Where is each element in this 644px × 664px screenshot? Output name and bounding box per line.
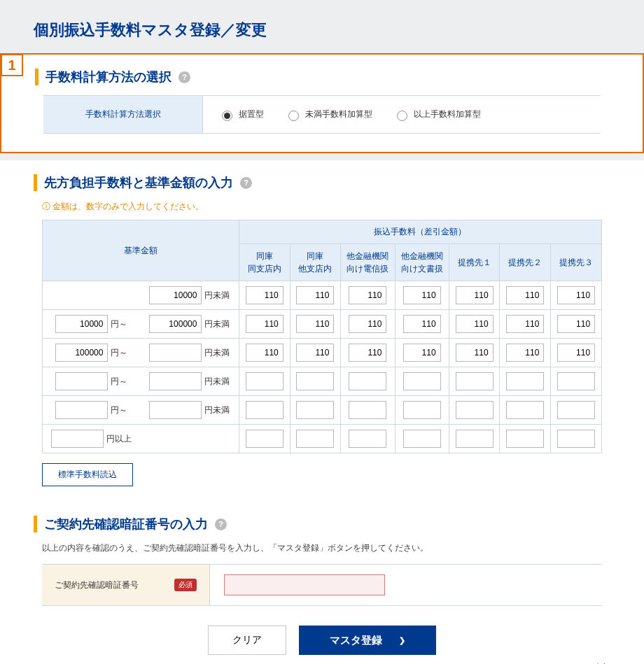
base-from-input-2[interactable] <box>55 344 108 362</box>
base-from-input-5[interactable] <box>51 430 104 448</box>
fee-input-r3-c1[interactable] <box>296 372 334 390</box>
fee-input-r1-c5[interactable] <box>506 315 544 333</box>
fee-input-r3-c3[interactable] <box>403 372 441 390</box>
radio-option-2[interactable]: 以上手数料加算型 <box>393 108 481 121</box>
fee-input-r0-c1[interactable] <box>296 286 334 304</box>
method-row-label: 手数料計算方法選択 <box>43 96 203 133</box>
section2-heading: 先方負担手数料と基準金額の入力 <box>44 174 233 191</box>
section-accent <box>35 69 38 85</box>
chevron-right-icon: ❯ <box>399 636 405 645</box>
fee-input-r0-c3[interactable] <box>403 286 441 304</box>
fee-input-r0-c2[interactable] <box>349 286 386 304</box>
section1-heading: 手数料計算方法の選択 <box>46 69 172 85</box>
fee-col-header-4: 提携先１ <box>449 244 500 281</box>
help-icon[interactable]: ? <box>240 177 252 189</box>
help-icon[interactable]: ? <box>215 518 227 530</box>
fee-input-r5-c4[interactable] <box>456 430 493 448</box>
fee-input-r3-c0[interactable] <box>246 372 284 390</box>
submit-button-label: マスタ登録 <box>330 634 382 647</box>
unit-from-2: 円～ <box>111 348 127 358</box>
fee-input-r2-c4[interactable] <box>456 344 493 362</box>
base-from-input-4[interactable] <box>55 401 108 419</box>
fee-input-r2-c2[interactable] <box>349 344 386 362</box>
radio-1-label: 未満手数料加算型 <box>305 108 372 120</box>
fee-input-r3-c5[interactable] <box>506 372 544 390</box>
radio-0-label: 据置型 <box>239 108 264 120</box>
fee-col-header-3: 他金融機関向け文書扱 <box>395 244 449 281</box>
fee-input-r2-c6[interactable] <box>557 344 595 362</box>
fee-input-r3-c2[interactable] <box>349 372 386 390</box>
fee-input-r2-c5[interactable] <box>506 344 544 362</box>
method-options: 据置型 未満手数料加算型 以上手数料加算型 <box>203 96 601 133</box>
fee-col-header-1: 同庫他支店内 <box>290 244 341 281</box>
fee-input-r4-c0[interactable] <box>246 401 284 419</box>
fee-input-r4-c2[interactable] <box>349 401 386 419</box>
fee-col-header-6: 提携先３ <box>551 244 602 281</box>
unit-to-4: 円未満 <box>204 405 230 415</box>
fee-input-r2-c1[interactable] <box>296 344 334 362</box>
base-to-input-3[interactable] <box>149 372 202 390</box>
fee-col-header-5: 提携先２ <box>500 244 551 281</box>
fee-input-r5-c1[interactable] <box>296 430 334 448</box>
method-section: 1 手数料計算方法の選択 ? 手数料計算方法選択 据置型 未満手数料加算型 <box>0 53 644 153</box>
fee-input-r1-c6[interactable] <box>557 315 595 333</box>
unit-from-4: 円～ <box>111 405 127 415</box>
load-standard-button[interactable]: 標準手数料読込 <box>42 463 133 486</box>
unit-from-3: 円～ <box>111 376 127 386</box>
fee-input-r5-c5[interactable] <box>506 430 544 448</box>
fee-input-r5-c2[interactable] <box>349 430 386 448</box>
section-accent <box>34 516 37 532</box>
base-to-input-4[interactable] <box>149 401 202 419</box>
radio-1[interactable] <box>288 111 299 121</box>
fee-input-r1-c1[interactable] <box>296 315 334 333</box>
radio-option-1[interactable]: 未満手数料加算型 <box>285 108 372 121</box>
unit-to-0: 円未満 <box>204 290 230 300</box>
base-to-input-2[interactable] <box>149 344 202 362</box>
fee-section: 先方負担手数料と基準金額の入力 ? 金額は、数字のみで入力してください。 基準金… <box>0 160 644 664</box>
fee-input-r1-c4[interactable] <box>456 315 493 333</box>
fee-table: 基準金額 振込手数料（差引金額） 同庫同支店内同庫他支店内他金融機関向け電信扱他… <box>42 220 602 453</box>
fee-input-r4-c5[interactable] <box>506 401 544 419</box>
fee-input-r0-c6[interactable] <box>557 286 595 304</box>
fee-input-r2-c0[interactable] <box>246 344 284 362</box>
fee-col-header-0: 同庫同支店内 <box>239 244 290 281</box>
fee-input-r5-c0[interactable] <box>246 430 284 448</box>
fee-group-header: 振込手数料（差引金額） <box>239 220 601 244</box>
fee-input-r0-c0[interactable] <box>246 286 284 304</box>
fee-input-r0-c5[interactable] <box>506 286 544 304</box>
page-title: 個別振込手数料マスタ登録／変更 <box>0 0 644 53</box>
base-from-input-1[interactable] <box>55 315 108 333</box>
base-to-input-0[interactable] <box>149 286 202 304</box>
fee-input-r3-c4[interactable] <box>456 372 493 390</box>
section2-note: 金額は、数字のみで入力してください。 <box>42 201 602 213</box>
radio-0[interactable] <box>222 111 232 121</box>
unit-to-3: 円未満 <box>204 376 230 386</box>
help-icon[interactable]: ? <box>178 71 190 83</box>
pin-input[interactable] <box>224 574 385 595</box>
fee-input-r1-c0[interactable] <box>246 315 284 333</box>
radio-option-0[interactable]: 据置型 <box>218 108 264 121</box>
fee-input-r4-c1[interactable] <box>296 401 334 419</box>
base-to-input-1[interactable] <box>149 315 202 333</box>
fee-input-r5-c6[interactable] <box>557 430 595 448</box>
fee-input-r4-c4[interactable] <box>456 401 493 419</box>
base-from-input-3[interactable] <box>55 372 108 390</box>
fee-input-r0-c4[interactable] <box>456 286 493 304</box>
fee-input-r4-c6[interactable] <box>557 401 595 419</box>
fee-input-r2-c3[interactable] <box>403 344 441 362</box>
unit-to-2: 円未満 <box>204 348 230 358</box>
clear-button[interactable]: クリア <box>208 626 286 655</box>
fee-input-r1-c3[interactable] <box>403 315 441 333</box>
section3-heading: ご契約先確認暗証番号の入力 <box>44 516 208 532</box>
pin-label: ご契約先確認暗証番号 <box>55 579 139 591</box>
fee-input-r3-c6[interactable] <box>557 372 595 390</box>
required-badge: 必須 <box>174 579 197 591</box>
submit-button[interactable]: マスタ登録 ❯ <box>299 626 436 655</box>
fee-input-r4-c3[interactable] <box>403 401 441 419</box>
radio-2[interactable] <box>397 111 407 121</box>
fee-col-header-2: 他金融機関向け電信扱 <box>341 244 395 281</box>
fee-input-r1-c2[interactable] <box>349 315 386 333</box>
unit-from-5: 円以上 <box>106 434 132 444</box>
fee-input-r5-c3[interactable] <box>403 430 441 448</box>
step-badge: 1 <box>1 54 23 76</box>
